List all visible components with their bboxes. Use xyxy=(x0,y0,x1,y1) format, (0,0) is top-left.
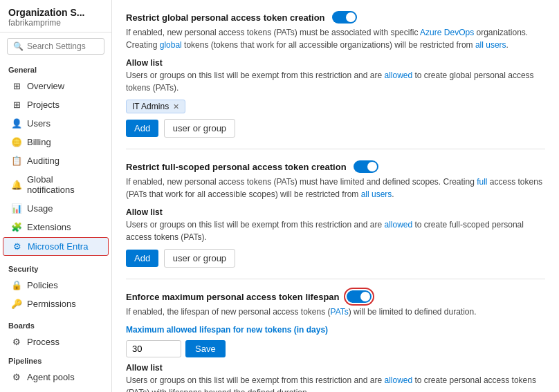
full-access-link[interactable]: full xyxy=(477,177,487,187)
microsoft-entra-icon: ⚙ xyxy=(12,241,23,252)
tag-close-icon[interactable]: ✕ xyxy=(173,102,179,111)
save-button[interactable]: Save xyxy=(185,340,226,357)
toggle-enforce-max-lifespan[interactable] xyxy=(347,290,372,303)
sidebar-item-microsoft-entra[interactable]: ⚙ Microsoft Entra xyxy=(3,237,109,256)
allowed-link-2[interactable]: allowed xyxy=(384,220,412,230)
sidebar-item-label: Global notifications xyxy=(27,174,102,195)
sidebar-item-billing[interactable]: 🪙 Billing xyxy=(3,133,109,151)
sidebar-item-process[interactable]: ⚙ Process xyxy=(3,333,109,351)
allow-list-label-1: Allow list xyxy=(126,58,545,68)
all-users-link2[interactable]: all users xyxy=(361,189,392,199)
restrict-global-pat-section: Restrict global personal access token cr… xyxy=(126,0,545,149)
section3-title: Enforce maximum personal access token li… xyxy=(126,290,545,303)
allow-list-label-2: Allow list xyxy=(126,207,545,217)
projects-icon: ⊞ xyxy=(11,100,22,110)
toggle-restrict-global-pat[interactable] xyxy=(332,11,357,24)
add-button-2[interactable]: Add xyxy=(126,250,158,267)
search-input[interactable] xyxy=(27,41,98,51)
section2-desc: If enabled, new personal access tokens (… xyxy=(126,176,545,200)
section3-title-text: Enforce maximum personal access token li… xyxy=(126,292,340,302)
main-content: Restrict global personal access token cr… xyxy=(112,0,559,392)
users-icon: 👤 xyxy=(11,118,22,129)
overview-icon: ⊞ xyxy=(11,81,22,91)
tags-row-1: IT Admins ✕ xyxy=(126,100,545,113)
sidebar-item-label: Usage xyxy=(27,203,53,214)
allow-list-desc-3: Users or groups on this list will be exe… xyxy=(126,374,545,392)
section2-title-text: Restrict full-scoped personal access tok… xyxy=(126,162,347,172)
org-name: Organization S... xyxy=(8,7,103,18)
pats-link[interactable]: PATs xyxy=(331,307,349,317)
max-lifespan-label: Maximum allowed lifespan for new tokens … xyxy=(126,325,545,335)
sidebar-item-label: Agent pools xyxy=(27,372,75,382)
tag-it-admins: IT Admins ✕ xyxy=(126,100,185,113)
sidebar-item-label: Permissions xyxy=(27,299,76,309)
sidebar-item-label: Auditing xyxy=(27,156,59,166)
global-notifications-icon: 🔔 xyxy=(11,180,22,190)
search-icon: 🔍 xyxy=(13,41,24,51)
sidebar-item-permissions[interactable]: 🔑 Permissions xyxy=(3,295,109,312)
sidebar-item-users[interactable]: 👤 Users xyxy=(3,115,109,132)
section-label-general: General xyxy=(0,60,111,77)
usage-icon: 📊 xyxy=(11,203,22,214)
allowed-link-1[interactable]: allowed xyxy=(384,71,412,80)
section-label-boards: Boards xyxy=(0,316,111,333)
sidebar-item-label: Projects xyxy=(27,100,59,110)
sidebar-item-overview[interactable]: ⊞ Overview xyxy=(3,77,109,95)
permissions-icon: 🔑 xyxy=(11,299,22,309)
restrict-full-scope-pat-section: Restrict full-scoped personal access tok… xyxy=(126,149,545,279)
allow-list-desc-2: Users or groups on this list will be exe… xyxy=(126,218,545,243)
section2-title: Restrict full-scoped personal access tok… xyxy=(126,160,545,173)
billing-icon: 🪙 xyxy=(11,137,22,147)
agent-pools-icon: ⚙ xyxy=(11,372,22,382)
allow-list-desc-1: Users or groups on this list will be exe… xyxy=(126,69,545,94)
toggle-restrict-full-scope-pat[interactable] xyxy=(354,160,378,173)
user-or-group-button-2[interactable]: user or group xyxy=(164,249,235,268)
section1-desc: If enabled, new personal access tokens (… xyxy=(126,26,545,51)
add-row-1: Add user or group xyxy=(126,119,545,138)
enforce-max-lifespan-section: Enforce maximum personal access token li… xyxy=(126,279,545,392)
lifespan-input[interactable] xyxy=(126,340,181,357)
add-row-2: Add user or group xyxy=(126,249,545,268)
allowed-link-3[interactable]: allowed xyxy=(384,375,412,385)
sidebar-item-label: Overview xyxy=(27,81,64,91)
sidebar: Organization S... fabrikamprime 🔍 Genera… xyxy=(0,0,112,392)
sidebar-item-label: Process xyxy=(27,337,59,347)
sidebar-item-label: Policies xyxy=(27,280,58,290)
sidebar-item-label: Billing xyxy=(27,137,51,147)
policies-icon: 🔒 xyxy=(11,280,22,290)
sidebar-item-label: Users xyxy=(27,118,51,129)
process-icon: ⚙ xyxy=(11,337,22,347)
tag-label: IT Admins xyxy=(132,102,169,111)
sidebar-item-agent-pools[interactable]: ⚙ Agent pools xyxy=(3,368,109,386)
sidebar-item-usage[interactable]: 📊 Usage xyxy=(3,200,109,217)
sidebar-item-label: Extensions xyxy=(27,222,71,232)
sidebar-item-extensions[interactable]: 🧩 Extensions xyxy=(3,218,109,236)
all-users-link1[interactable]: all users xyxy=(475,40,506,50)
add-button-1[interactable]: Add xyxy=(126,120,158,137)
sidebar-item-global-notifications[interactable]: 🔔 Global notifications xyxy=(3,171,109,198)
section1-title-text: Restrict global personal access token cr… xyxy=(126,12,325,23)
allow-list-label-3: Allow list xyxy=(126,363,545,373)
azure-devops-link[interactable]: Azure DevOps xyxy=(420,28,474,37)
auditing-icon: 📋 xyxy=(11,156,22,166)
section-label-security: Security xyxy=(0,259,111,276)
search-box[interactable]: 🔍 xyxy=(7,38,104,55)
sidebar-org-header: Organization S... fabrikamprime xyxy=(0,0,111,32)
extensions-icon: 🧩 xyxy=(11,222,22,232)
sidebar-item-policies[interactable]: 🔒 Policies xyxy=(3,277,109,294)
section1-title: Restrict global personal access token cr… xyxy=(126,11,545,24)
sidebar-item-auditing[interactable]: 📋 Auditing xyxy=(3,152,109,169)
global-tokens-link[interactable]: global xyxy=(160,40,182,50)
user-or-group-button-1[interactable]: user or group xyxy=(164,119,235,138)
org-sub: fabrikamprime xyxy=(8,18,103,28)
section3-desc: If enabled, the lifespan of new personal… xyxy=(126,306,545,318)
section-label-pipelines: Pipelines xyxy=(0,351,111,368)
sidebar-item-label: Microsoft Entra xyxy=(28,241,88,252)
sidebar-item-projects[interactable]: ⊞ Projects xyxy=(3,96,109,113)
lifespan-row: Save xyxy=(126,340,545,357)
